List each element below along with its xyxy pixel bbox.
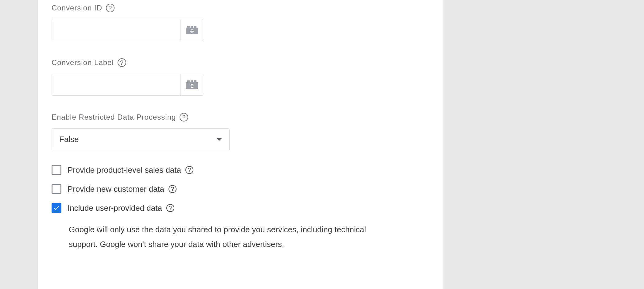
conversion-id-input-group xyxy=(52,19,203,41)
conversion-id-label: Conversion ID ? xyxy=(52,4,443,12)
new-customer-label: Provide new customer data ? xyxy=(68,184,177,194)
insert-variable-button[interactable] xyxy=(180,19,203,41)
product-sales-label-text: Provide product-level sales data xyxy=(68,165,181,175)
user-provided-label: Include user-provided data ? xyxy=(68,203,174,213)
brick-icon xyxy=(186,80,198,89)
new-customer-checkbox[interactable] xyxy=(52,184,61,194)
svg-rect-12 xyxy=(191,84,193,85)
conversion-label-input-group xyxy=(52,74,203,96)
svg-rect-15 xyxy=(192,85,192,87)
svg-rect-14 xyxy=(191,87,193,88)
svg-rect-10 xyxy=(194,80,196,82)
conversion-id-label-text: Conversion ID xyxy=(52,4,102,12)
help-icon[interactable]: ? xyxy=(118,58,126,67)
caret-down-icon xyxy=(216,138,222,141)
restricted-data-label-text: Enable Restricted Data Processing xyxy=(52,113,176,121)
conversion-label-input[interactable] xyxy=(52,74,180,95)
svg-rect-0 xyxy=(187,26,190,28)
svg-rect-7 xyxy=(192,30,192,33)
conversion-label-label: Conversion Label ? xyxy=(52,58,443,67)
help-icon[interactable]: ? xyxy=(166,204,174,212)
svg-rect-6 xyxy=(191,33,193,33)
user-provided-row: Include user-provided data ? xyxy=(52,203,443,213)
help-icon[interactable]: ? xyxy=(180,113,188,121)
restricted-data-value: False xyxy=(59,135,79,144)
help-icon[interactable]: ? xyxy=(169,185,177,193)
user-provided-description: Google will only use the data you shared… xyxy=(69,222,394,252)
restricted-data-label: Enable Restricted Data Processing ? xyxy=(52,113,443,121)
product-sales-label: Provide product-level sales data ? xyxy=(68,165,193,175)
svg-rect-1 xyxy=(191,26,193,28)
settings-panel: Conversion ID ? Conversion Label ? xyxy=(38,0,443,289)
brick-icon xyxy=(186,26,198,34)
new-customer-row: Provide new customer data ? xyxy=(52,184,443,194)
product-sales-row: Provide product-level sales data ? xyxy=(52,165,443,175)
insert-variable-button[interactable] xyxy=(180,74,203,95)
svg-rect-2 xyxy=(194,26,196,28)
user-provided-checkbox[interactable] xyxy=(52,203,61,213)
user-provided-label-text: Include user-provided data xyxy=(68,203,162,213)
conversion-label-label-text: Conversion Label xyxy=(52,58,114,67)
help-icon[interactable]: ? xyxy=(106,4,114,12)
product-sales-checkbox[interactable] xyxy=(52,165,61,175)
conversion-id-input[interactable] xyxy=(52,19,180,41)
help-icon[interactable]: ? xyxy=(185,166,193,174)
svg-rect-9 xyxy=(191,80,193,82)
svg-rect-4 xyxy=(191,29,193,30)
svg-rect-8 xyxy=(187,80,190,82)
new-customer-label-text: Provide new customer data xyxy=(68,184,164,194)
restricted-data-select[interactable]: False xyxy=(52,128,230,150)
